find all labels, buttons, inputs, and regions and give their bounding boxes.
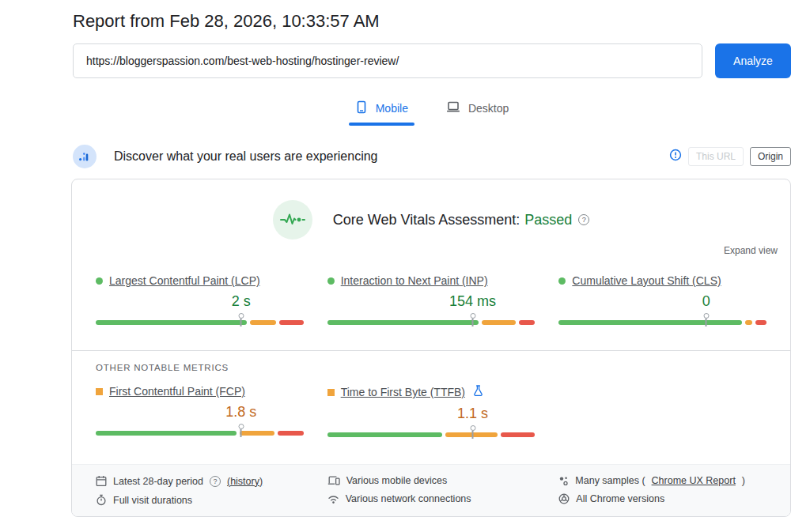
- calendar-icon: [96, 475, 107, 487]
- metric-fcp: First Contentful Paint (FCP) 1.8 s: [96, 385, 304, 445]
- distribution-bar: [327, 320, 536, 325]
- stopwatch-icon: [96, 494, 107, 506]
- active-tab-underline: [349, 123, 414, 126]
- this-url-toggle: This URL: [688, 147, 744, 166]
- metric-ttfb-link[interactable]: Time to First Byte (TTFB): [341, 386, 465, 398]
- other-metrics-heading: OTHER NOTABLE METRICS: [96, 363, 766, 372]
- device-tabs: Mobile Desktop: [73, 96, 791, 126]
- chrome-icon: [558, 493, 570, 504]
- tab-desktop[interactable]: Desktop: [443, 96, 512, 126]
- samples-dots-icon: [558, 476, 569, 486]
- visit-durations: Full visit durations: [96, 494, 304, 506]
- distribution-bar: [558, 320, 766, 325]
- crux-report-link[interactable]: Chrome UX Report: [652, 475, 736, 486]
- metric-ttfb: Time to First Byte (TTFB) 1.1 s: [327, 385, 536, 445]
- chrome-versions-info: All Chrome versions: [558, 493, 766, 504]
- real-users-icon: [73, 145, 97, 168]
- section-divider: [72, 350, 790, 351]
- collection-info-footer: Latest 28-day period ? (history) Full vi…: [72, 464, 790, 516]
- url-input[interactable]: [73, 43, 702, 78]
- samples-text: Many samples (: [575, 475, 645, 486]
- metric-inp-link[interactable]: Interaction to Next Paint (INP): [341, 274, 488, 287]
- expand-view-link[interactable]: Expand view: [724, 245, 778, 256]
- devices-icon: [327, 475, 340, 486]
- good-dot-icon: [96, 277, 103, 285]
- network-signal-icon: [327, 494, 339, 504]
- metric-inp-value: 154 ms: [449, 293, 496, 310]
- url-bar: Analyze: [73, 43, 791, 78]
- percentile-marker: [470, 313, 475, 326]
- metric-cls-value: 0: [702, 293, 710, 310]
- info-icon[interactable]: [669, 149, 682, 164]
- percentile-marker: [470, 425, 475, 439]
- history-link[interactable]: (history): [227, 476, 263, 487]
- metric-cls-link[interactable]: Cumulative Layout Shift (CLS): [572, 274, 721, 287]
- mobile-phone-icon: [355, 100, 368, 116]
- cwv-assessment-title: Core Web Vitals Assessment:: [333, 212, 520, 228]
- metric-lcp-link[interactable]: Largest Contentful Paint (LCP): [109, 274, 260, 287]
- field-section-title: Discover what your real users are experi…: [114, 149, 377, 164]
- devices-text: Various mobile devices: [346, 475, 448, 486]
- device-info: Various mobile devices: [327, 475, 536, 486]
- cwv-assessment-status: Passed: [524, 212, 572, 228]
- distribution-bar: [327, 432, 536, 437]
- good-dot-icon: [558, 277, 566, 285]
- sample-info: Many samples (Chrome UX Report): [558, 475, 766, 486]
- percentile-marker: [238, 313, 244, 326]
- tab-mobile[interactable]: Mobile: [352, 96, 411, 126]
- origin-toggle[interactable]: Origin: [750, 147, 791, 166]
- pulse-icon: [273, 200, 312, 240]
- percentile-marker: [703, 313, 709, 326]
- metric-lcp-value: 2 s: [232, 293, 251, 310]
- distribution-bar: [96, 431, 304, 436]
- help-icon[interactable]: ?: [578, 214, 589, 225]
- help-icon[interactable]: ?: [210, 476, 221, 487]
- metric-fcp-link[interactable]: First Contentful Paint (FCP): [109, 385, 245, 398]
- other-metrics-grid: First Contentful Paint (FCP) 1.8 s Time …: [72, 385, 790, 445]
- network-text: Various network connections: [346, 493, 471, 504]
- field-data-card: Core Web Vitals Assessment: Passed ? Exp…: [71, 179, 791, 517]
- core-web-vitals-grid: Largest Contentful Paint (LCP) 2 s Inter…: [72, 274, 790, 333]
- metric-inp: Interaction to Next Paint (INP) 154 ms: [327, 274, 536, 333]
- metric-lcp: Largest Contentful Paint (LCP) 2 s: [96, 274, 304, 333]
- metric-cls: Cumulative Layout Shift (CLS) 0: [558, 274, 766, 333]
- ni-square-icon: [327, 389, 335, 396]
- period-text: Latest 28-day period: [113, 476, 203, 487]
- tab-desktop-label: Desktop: [468, 102, 509, 115]
- durations-text: Full visit durations: [113, 495, 192, 506]
- chrome-text: All Chrome versions: [576, 493, 664, 504]
- ni-square-icon: [96, 388, 103, 395]
- metric-fcp-value: 1.8 s: [225, 404, 256, 421]
- metric-ttfb-value: 1.1 s: [457, 406, 488, 422]
- distribution-bar: [96, 320, 304, 325]
- percentile-marker: [238, 424, 244, 437]
- field-data-header: Discover what your real users are experi…: [73, 145, 791, 168]
- network-info: Various network connections: [327, 493, 536, 504]
- analyze-button[interactable]: Analyze: [715, 43, 791, 78]
- collection-period: Latest 28-day period ? (history): [96, 475, 304, 487]
- tab-mobile-label: Mobile: [376, 102, 408, 115]
- cwv-assessment-header: Core Web Vitals Assessment: Passed ?: [72, 200, 790, 240]
- desktop-laptop-icon: [446, 101, 460, 115]
- page-title: Report from Feb 28, 2026, 10:33:57 AM: [73, 11, 791, 32]
- experimental-flask-icon[interactable]: [473, 385, 483, 399]
- good-dot-icon: [327, 277, 335, 285]
